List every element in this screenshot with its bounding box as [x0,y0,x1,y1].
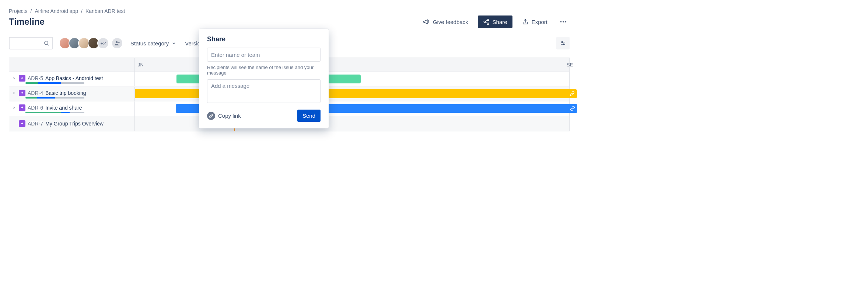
more-icon [559,18,567,26]
share-label: Share [493,19,507,25]
month-label: JN [138,62,144,68]
share-button[interactable]: Share [478,15,512,28]
assignee-avatars: +2 [59,37,123,49]
issue-key[interactable]: ADR-7 [28,121,43,127]
link-icon [207,112,215,120]
svg-point-0 [487,19,489,21]
add-person-icon [114,40,120,46]
svg-point-5 [560,21,562,23]
sliders-icon [560,40,566,46]
svg-line-9 [48,44,49,45]
share-name-input[interactable] [207,48,321,62]
breadcrumb-root[interactable]: Projects [9,8,28,14]
svg-point-8 [45,41,48,45]
svg-line-3 [485,20,487,21]
breadcrumb: Projects / Airline Android app / Kanban … [9,0,570,14]
chevron-down-icon [172,41,176,45]
progress-bar [25,112,84,113]
svg-point-10 [116,41,118,43]
feedback-label: Give feedback [433,19,468,25]
progress-bar [25,82,84,84]
export-button[interactable]: Export [518,16,551,27]
progress-bar [25,97,84,99]
share-icon [483,18,490,25]
svg-point-1 [484,21,486,23]
svg-point-7 [565,21,567,23]
avatar-overflow[interactable]: +2 [97,37,109,49]
issue-summary[interactable]: Basic trip booking [45,90,86,96]
share-hint: Recipients will see the name of the issu… [207,65,321,76]
svg-point-2 [487,23,489,25]
view-settings-button[interactable] [556,37,570,49]
copy-link-button[interactable]: Copy link [207,112,241,120]
send-button[interactable]: Send [297,110,321,122]
link-icon[interactable] [570,106,575,111]
breadcrumb-board[interactable]: Kanban ADR test [85,8,125,14]
search-input[interactable] [9,37,53,49]
svg-line-4 [485,22,487,23]
issue-key[interactable]: ADR-4 [28,90,43,96]
issue-summary[interactable]: Invite and share [45,105,82,111]
expand-caret[interactable] [12,76,17,80]
expand-caret[interactable] [12,91,17,95]
more-actions-button[interactable] [557,15,570,28]
megaphone-icon [423,18,430,25]
breadcrumb-sep: / [31,8,32,14]
issue-summary[interactable]: My Group Trips Overview [45,121,104,127]
search-icon [43,40,49,46]
issue-summary[interactable]: App Basics - Android test [45,75,103,81]
svg-point-6 [563,21,564,23]
month-label: SE [567,62,573,68]
breadcrumb-project[interactable]: Airline Android app [35,8,78,14]
issue-key[interactable]: ADR-5 [28,75,43,81]
epic-icon [19,104,25,111]
export-label: Export [532,19,547,25]
share-popover-title: Share [207,35,321,43]
page-title: Timeline [9,17,45,27]
svg-point-16 [563,44,564,45]
link-icon[interactable] [570,91,575,96]
epic-icon [19,75,25,82]
share-message-input[interactable] [207,79,321,103]
share-popover: Share Recipients will see the name of th… [199,29,329,128]
give-feedback-button[interactable]: Give feedback [419,16,472,28]
epic-icon [19,120,25,127]
issue-key[interactable]: ADR-6 [28,105,43,111]
svg-point-15 [561,42,563,43]
copy-link-label: Copy link [218,113,241,119]
status-category-dropdown[interactable]: Status category [129,38,178,49]
breadcrumb-sep: / [81,8,83,14]
epic-icon [19,90,25,96]
status-category-label: Status category [130,40,169,46]
timeline-side-header [9,58,135,72]
export-icon [522,18,529,25]
expand-caret[interactable] [12,106,17,110]
add-people-button[interactable] [111,37,123,49]
